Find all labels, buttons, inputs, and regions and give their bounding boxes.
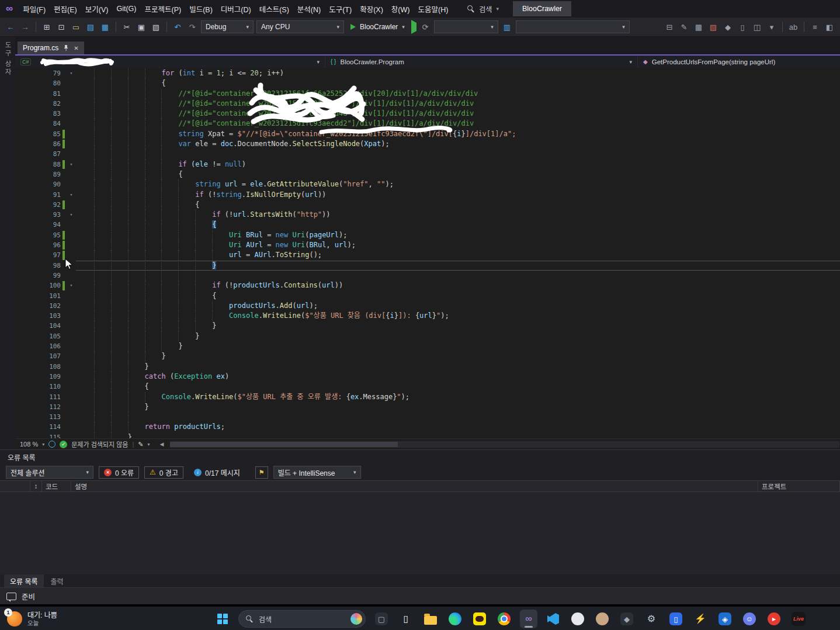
code-line[interactable]: 108 } <box>15 362 840 372</box>
object-browser-icon[interactable]: ▨ <box>707 23 719 32</box>
close-icon[interactable]: ✕ <box>74 45 78 51</box>
code-line[interactable]: 92 { <box>15 200 840 210</box>
code-line[interactable]: 82 //*[@id="container_w20231215b1fc93aec… <box>15 99 840 109</box>
tab-program-cs[interactable]: Program.cs ✕ <box>18 41 84 54</box>
open-file-icon[interactable]: ▭ <box>70 23 82 32</box>
window-split-icon[interactable]: ◫ <box>751 23 763 32</box>
breakpoint-margin[interactable] <box>15 321 42 331</box>
breakpoint-margin[interactable] <box>15 200 42 210</box>
breakpoint-margin[interactable] <box>15 119 42 129</box>
undo-icon[interactable]: ↶ <box>172 23 183 32</box>
horizontal-scrollbar[interactable] <box>170 441 839 448</box>
menu-view[interactable]: 보기(V) <box>81 1 113 17</box>
start-without-debug-button[interactable] <box>411 23 416 31</box>
add-item-icon[interactable]: ⊡ <box>55 23 67 32</box>
scope-dropdown[interactable]: 전체 솔루션 ▾ <box>6 466 93 479</box>
menu-test[interactable]: 테스트(S) <box>255 1 293 17</box>
navigate-back-icon[interactable]: ← <box>5 23 16 32</box>
code-line[interactable]: 113 <box>15 412 840 422</box>
live-badge-icon[interactable]: Live <box>790 610 807 628</box>
code-line[interactable]: 114 return productUrls; <box>15 422 840 432</box>
filter-button[interactable]: ⚑ <box>255 466 268 479</box>
column-header-프로젝트[interactable]: 프로젝트 <box>758 481 840 491</box>
breakpoint-margin[interactable] <box>15 372 42 382</box>
nav-member-dropdown[interactable]: ◆ GetProductUrlsFromPage(string pageUrl) <box>637 56 840 68</box>
breakpoint-margin[interactable] <box>15 99 42 109</box>
errors-toggle-button[interactable]: ✕ 0 오류 <box>99 466 139 479</box>
code-line[interactable]: 104 } <box>15 321 840 331</box>
code-line[interactable]: 99 <box>15 271 840 281</box>
file-explorer-icon[interactable] <box>422 610 439 628</box>
breakpoint-margin[interactable] <box>15 291 42 301</box>
hot-reload-icon[interactable]: ⟳ <box>419 23 431 32</box>
toolbar-dropdown-2[interactable]: ▾ <box>516 20 630 33</box>
menu-window[interactable]: 창(W) <box>387 1 414 17</box>
code-line[interactable]: 88▾ if (ele != null) <box>15 160 840 169</box>
paste-icon[interactable]: ▧ <box>150 23 162 32</box>
fold-marker[interactable]: ▾ <box>67 160 76 169</box>
breakpoint-margin[interactable] <box>15 412 42 422</box>
fold-marker[interactable]: ▾ <box>67 210 76 220</box>
breakpoint-margin[interactable] <box>15 261 42 271</box>
breakpoint-margin[interactable] <box>15 139 42 149</box>
breakpoint-margin[interactable] <box>15 422 42 432</box>
code-line[interactable]: 112 } <box>15 402 840 412</box>
nav-project-dropdown[interactable]: C# ▾ <box>15 56 325 68</box>
code-line[interactable]: 80 { <box>15 78 840 88</box>
gear-app-icon[interactable]: ⚙ <box>643 610 660 628</box>
visual-studio-icon[interactable]: ∞ <box>520 610 537 628</box>
breakpoint-margin[interactable] <box>15 331 42 341</box>
phone-link-icon[interactable]: ▯ <box>397 610 415 628</box>
code-line[interactable]: 89 { <box>15 169 840 179</box>
code-line[interactable]: 110 { <box>15 382 840 392</box>
code-line[interactable]: 85 string Xpat = $"//*[@id=\"container_w… <box>15 129 840 139</box>
code-line[interactable]: 98 } <box>15 261 840 271</box>
breakpoint-margin[interactable] <box>15 190 42 200</box>
warnings-toggle-button[interactable]: ⚠ 0 경고 <box>144 466 183 479</box>
severity-column-header[interactable]: ↕ <box>30 481 42 491</box>
breakpoint-margin[interactable] <box>15 179 42 189</box>
messages-toggle-button[interactable]: i 0/17 메시지 <box>189 466 245 479</box>
breakpoint-margin[interactable] <box>15 382 42 392</box>
cut-icon[interactable]: ✂ <box>121 23 133 32</box>
code-line[interactable]: 86 var ele = doc.DocumentNode.SelectSing… <box>15 139 840 149</box>
edge-icon[interactable] <box>446 610 464 628</box>
breakpoint-margin[interactable] <box>15 230 42 240</box>
fold-marker[interactable]: ▾ <box>67 68 76 78</box>
team-explorer-icon[interactable]: ◆ <box>722 23 734 32</box>
lightning-app-icon[interactable]: ⚡ <box>692 610 709 628</box>
breakpoint-margin[interactable] <box>15 129 42 139</box>
fold-marker[interactable]: ▾ <box>67 190 76 200</box>
chrome-icon[interactable] <box>495 610 513 628</box>
code-line[interactable]: 101 { <box>15 291 840 301</box>
menu-file[interactable]: 파일(F) <box>19 1 50 17</box>
feedback-icon[interactable] <box>6 593 16 600</box>
spell-check-icon[interactable]: ab <box>787 23 799 32</box>
avatar-app-icon[interactable] <box>593 610 611 628</box>
dark-app-icon[interactable]: ◆ <box>618 610 636 628</box>
code-line[interactable]: 79▾ for (int i = 1; i <= 20; i++) <box>15 68 840 78</box>
toolbar-overflow-icon[interactable]: ▾ <box>766 23 777 32</box>
breakpoint-margin[interactable] <box>15 311 42 321</box>
zoom-level[interactable]: 108 % <box>20 441 38 448</box>
toolbar-dropdown-1[interactable]: ▾ <box>434 20 498 33</box>
toolbox-icon[interactable]: ▦ <box>693 23 704 32</box>
menu-tools[interactable]: 도구(T) <box>325 1 356 17</box>
problems-status[interactable]: 문제가 검색되지 않음 <box>71 439 128 449</box>
menu-analyze[interactable]: 분석(N) <box>293 1 325 17</box>
display-app-icon[interactable]: ▢ <box>373 610 390 628</box>
panel-tab-출력[interactable]: 출력 <box>45 574 70 588</box>
navigate-forward-icon[interactable]: → <box>19 23 31 32</box>
code-line[interactable]: 96 Uri AUrl = new Uri(BRul, url); <box>15 240 840 250</box>
blue-device-app-icon[interactable]: ▯ <box>667 610 685 628</box>
column-header-설명[interactable]: 설명 <box>71 481 758 491</box>
breakpoint-margin[interactable] <box>15 351 42 361</box>
save-all-icon[interactable]: ▦ <box>99 23 111 32</box>
platform-dropdown[interactable]: Any CPU▾ <box>256 20 344 33</box>
column-header-코드[interactable]: 코드 <box>42 481 71 491</box>
code-line[interactable]: 97 url = AUrl.ToString(); <box>15 250 840 260</box>
breakpoint-margin[interactable] <box>15 392 42 402</box>
code-line[interactable]: 115 } <box>15 432 840 438</box>
code-line[interactable]: 91▾ if (!string.IsNullOrEmpty(url)) <box>15 190 840 200</box>
taskbar-search[interactable]: 검색 <box>238 610 366 628</box>
